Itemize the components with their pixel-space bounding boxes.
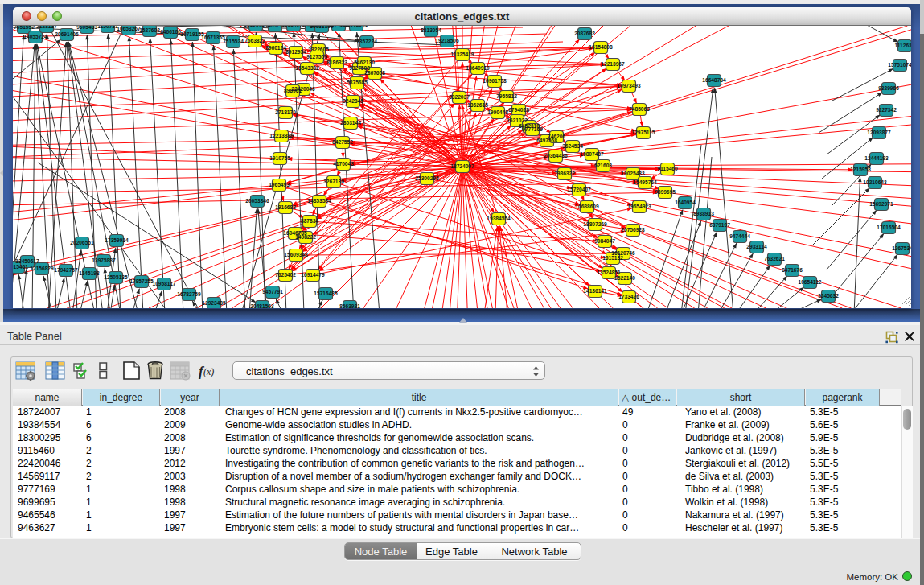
- svg-text:10210643: 10210643: [863, 179, 887, 185]
- svg-text:9084047: 9084047: [594, 238, 615, 244]
- svg-text:8427552: 8427552: [332, 139, 353, 145]
- svg-text:16154808: 16154808: [589, 44, 613, 50]
- svg-text:1498222: 1498222: [295, 234, 316, 240]
- svg-text:1145193: 1145193: [79, 270, 100, 276]
- svg-text:9605483: 9605483: [76, 26, 97, 30]
- svg-text:18807269: 18807269: [583, 221, 607, 227]
- svg-text:14136141: 14136141: [583, 288, 607, 294]
- svg-text:887834: 887834: [301, 218, 318, 224]
- svg-text:16961758: 16961758: [483, 78, 507, 84]
- svg-text:15716485: 15716485: [314, 290, 338, 296]
- svg-text:2522140: 2522140: [614, 275, 635, 281]
- svg-text:3915461: 3915461: [13, 264, 28, 270]
- svg-text:2322605: 2322605: [308, 47, 329, 52]
- svg-text:7651552: 7651552: [14, 26, 35, 30]
- svg-text:12156829: 12156829: [30, 266, 54, 271]
- svg-text:20691406: 20691406: [55, 31, 79, 37]
- svg-text:1615132: 1615132: [602, 255, 623, 261]
- svg-text:8813054: 8813054: [421, 27, 441, 33]
- svg-text:2867608: 2867608: [364, 70, 385, 76]
- svg-text:13975887: 13975887: [92, 257, 116, 263]
- svg-text:8563921: 8563921: [339, 303, 360, 308]
- svg-text:5875685: 5875685: [347, 80, 368, 85]
- svg-text:4170043: 4170043: [333, 161, 354, 167]
- svg-text:746206: 746206: [548, 134, 565, 139]
- svg-text:17359914: 17359914: [105, 237, 129, 243]
- svg-text:1527602: 1527602: [139, 27, 160, 33]
- svg-text:17942757: 17942757: [54, 267, 78, 273]
- svg-text:(x): (x): [203, 366, 214, 377]
- svg-text:8938913: 8938913: [693, 211, 714, 216]
- svg-text:9245632: 9245632: [818, 293, 839, 299]
- svg-text:15495764: 15495764: [633, 179, 657, 185]
- svg-text:18724007: 18724007: [450, 163, 474, 169]
- svg-text:18640910: 18640910: [466, 65, 490, 71]
- svg-text:9777169: 9777169: [522, 126, 543, 132]
- svg-text:9127509: 9127509: [306, 54, 327, 60]
- svg-text:9457791: 9457791: [262, 289, 283, 295]
- svg-text:1112633: 1112633: [895, 43, 911, 48]
- svg-text:5462130: 5462130: [354, 60, 375, 65]
- svg-text:16543382: 16543382: [295, 65, 319, 71]
- svg-text:10973493: 10973493: [617, 83, 641, 89]
- svg-text:9115460: 9115460: [657, 166, 678, 171]
- svg-text:10653267: 10653267: [117, 26, 141, 31]
- svg-text:12975115: 12975115: [632, 130, 655, 135]
- svg-text:898961: 898961: [284, 88, 302, 93]
- svg-text:7515524: 7515524: [223, 39, 244, 44]
- svg-text:8186323: 8186323: [326, 60, 347, 65]
- svg-text:12213389: 12213389: [269, 133, 294, 138]
- svg-text:1362615: 1362615: [467, 102, 488, 108]
- svg-text:2803144: 2803144: [340, 120, 361, 126]
- svg-text:7632621: 7632621: [764, 256, 785, 262]
- svg-text:1640954: 1640954: [675, 200, 696, 205]
- svg-text:10958117: 10958117: [153, 281, 176, 286]
- svg-text:16914479: 16914479: [301, 272, 325, 278]
- svg-text:25300295: 25300295: [415, 175, 439, 181]
- svg-text:1267534: 1267534: [892, 245, 911, 251]
- svg-text:8912954: 8912954: [285, 49, 306, 55]
- svg-text:20206551: 20206551: [70, 240, 94, 245]
- svg-text:20481563: 20481563: [250, 303, 274, 308]
- svg-text:15692971: 15692971: [869, 201, 893, 207]
- svg-text:7485063: 7485063: [629, 106, 650, 112]
- svg-text:8322037: 8322037: [449, 94, 470, 100]
- svg-text:17016504: 17016504: [877, 225, 901, 230]
- svg-text:1621022: 1621022: [507, 117, 528, 123]
- svg-text:7663822: 7663822: [244, 38, 265, 43]
- svg-text:20756928: 20756928: [621, 227, 645, 233]
- svg-text:16648784: 16648784: [702, 77, 726, 83]
- svg-text:1916682: 1916682: [275, 204, 296, 210]
- svg-text:13450617: 13450617: [15, 258, 39, 264]
- svg-text:9899695: 9899695: [655, 189, 676, 195]
- svg-text:12213967: 12213967: [601, 61, 625, 67]
- svg-text:19384554: 19384554: [487, 216, 511, 221]
- svg-text:10025433: 10025433: [621, 171, 645, 176]
- svg-text:20053346: 20053346: [245, 198, 269, 204]
- svg-text:1215958: 1215958: [850, 167, 871, 172]
- svg-text:12923485: 12923485: [202, 300, 226, 306]
- svg-text:12444193: 12444193: [864, 155, 889, 161]
- svg-text:6794028: 6794028: [508, 107, 529, 113]
- svg-text:11325419: 11325419: [451, 51, 474, 57]
- svg-text:2128137: 2128137: [36, 26, 57, 29]
- svg-text:9227342: 9227342: [876, 107, 897, 113]
- svg-text:3624534: 3624534: [562, 143, 583, 149]
- svg-text:12505135: 12505135: [104, 274, 128, 280]
- svg-text:19654923: 19654923: [627, 204, 651, 209]
- svg-text:13524851: 13524851: [597, 270, 621, 275]
- svg-text:15609348: 15609348: [284, 252, 308, 257]
- svg-text:7357224: 7357224: [356, 39, 377, 44]
- svg-text:7625402: 7625402: [275, 272, 296, 278]
- svg-text:10807487: 10807487: [580, 151, 604, 157]
- svg-text:14055724: 14055724: [23, 34, 47, 39]
- svg-text:17957255: 17957255: [129, 278, 154, 284]
- svg-text:621603: 621603: [594, 163, 612, 168]
- svg-text:1910755: 1910755: [269, 155, 290, 161]
- svg-text:16782759: 16782759: [177, 291, 201, 297]
- svg-text:9329966: 9329966: [878, 85, 899, 91]
- svg-text:6379197: 6379197: [709, 222, 730, 228]
- svg-text:2718170: 2718170: [275, 109, 296, 115]
- svg-text:1733426: 1733426: [618, 294, 639, 299]
- svg-text:11072946: 11072946: [345, 26, 368, 27]
